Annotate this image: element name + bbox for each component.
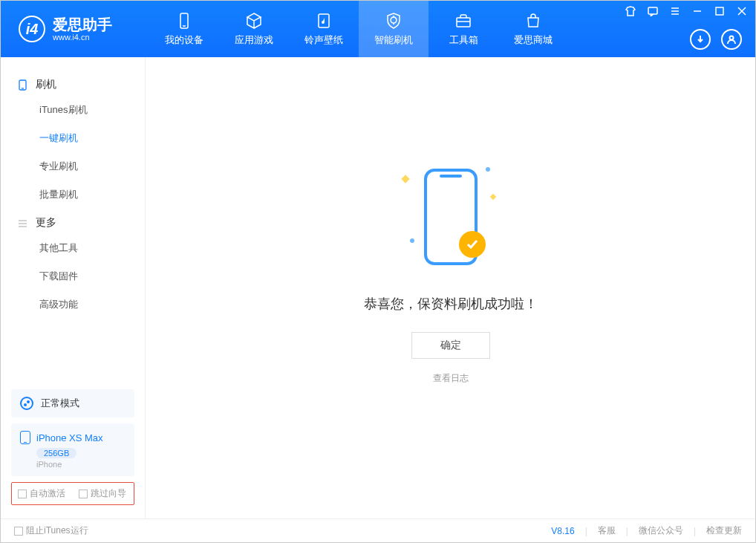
checkbox-icon xyxy=(14,527,23,536)
tab-label: 应用游戏 xyxy=(235,33,273,47)
sidebar-item-other-tools[interactable]: 其他工具 xyxy=(1,234,145,262)
cube-icon xyxy=(244,11,264,30)
flash-options-highlight: 自动激活 跳过向导 xyxy=(11,482,134,505)
app-logo: i4 爱思助手 www.i4.cn xyxy=(1,16,149,42)
device-card[interactable]: iPhone XS Max 256GB iPhone xyxy=(11,423,134,476)
mode-label: 正常模式 xyxy=(41,397,79,410)
checkbox-skip-guide[interactable]: 跳过向导 xyxy=(79,487,126,500)
mode-icon xyxy=(20,397,33,410)
sidebar-group-flash: 刷机 xyxy=(1,74,145,96)
checkbox-icon xyxy=(18,490,27,498)
sidebar-item-firmware[interactable]: 下载固件 xyxy=(1,262,145,290)
close-button[interactable] xyxy=(734,4,749,19)
device-capacity: 256GB xyxy=(36,448,76,458)
sidebar: 刷机 iTunes刷机 一键刷机 专业刷机 批量刷机 更多 其他工具 下载固件 … xyxy=(1,57,146,518)
main-tabs: 我的设备 应用游戏 铃声壁纸 智能刷机 工具箱 爱思商城 xyxy=(149,1,568,57)
phone-icon xyxy=(17,79,28,91)
view-log-link[interactable]: 查看日志 xyxy=(364,372,538,385)
tab-my-device[interactable]: 我的设备 xyxy=(149,1,219,57)
svg-rect-3 xyxy=(457,18,470,27)
tab-label: 爱思商城 xyxy=(514,33,553,47)
list-icon xyxy=(17,218,28,229)
window-controls xyxy=(623,4,749,19)
support-link[interactable]: 客服 xyxy=(598,524,616,537)
tab-label: 工具箱 xyxy=(449,33,478,47)
wechat-link[interactable]: 微信公众号 xyxy=(639,524,683,537)
version-label[interactable]: V8.16 xyxy=(551,526,574,536)
sidebar-item-itunes-flash[interactable]: iTunes刷机 xyxy=(1,96,145,124)
checkbox-block-itunes[interactable]: 阻止iTunes运行 xyxy=(14,524,88,537)
tab-toolbox[interactable]: 工具箱 xyxy=(428,1,498,57)
check-update-link[interactable]: 检查更新 xyxy=(706,524,742,537)
success-message: 恭喜您，保资料刷机成功啦！ xyxy=(364,295,538,313)
svg-rect-10 xyxy=(716,7,723,15)
phone-icon xyxy=(175,11,194,30)
sidebar-item-batch-flash[interactable]: 批量刷机 xyxy=(1,181,145,209)
download-button[interactable] xyxy=(690,29,711,50)
svg-point-13 xyxy=(730,36,734,40)
menu-icon[interactable] xyxy=(668,4,682,19)
sidebar-item-pro-flash[interactable]: 专业刷机 xyxy=(1,152,145,181)
tab-label: 智能刷机 xyxy=(374,33,413,47)
feedback-icon[interactable] xyxy=(645,4,660,19)
skin-icon[interactable] xyxy=(623,4,638,19)
title-bar: i4 爱思助手 www.i4.cn 我的设备 应用游戏 铃声壁纸 智能刷机 工具… xyxy=(1,1,755,57)
ok-button[interactable]: 确定 xyxy=(411,332,490,359)
account-button[interactable] xyxy=(721,29,742,50)
device-icon xyxy=(20,431,30,444)
success-illustration xyxy=(395,161,506,280)
checkbox-icon xyxy=(79,490,88,498)
device-type: iPhone xyxy=(36,460,126,469)
minimize-button[interactable] xyxy=(690,4,705,19)
tab-label: 我的设备 xyxy=(165,33,203,47)
main-content: 恭喜您，保资料刷机成功啦！ 确定 查看日志 xyxy=(146,57,755,518)
sidebar-item-advanced[interactable]: 高级功能 xyxy=(1,290,145,319)
tab-store[interactable]: 爱思商城 xyxy=(498,1,568,57)
checkmark-badge-icon xyxy=(459,231,486,258)
status-bar: 阻止iTunes运行 V8.16 | 客服 | 微信公众号 | 检查更新 xyxy=(1,518,755,542)
app-subtitle: www.i4.cn xyxy=(53,33,112,42)
app-title: 爱思助手 xyxy=(53,16,112,33)
svg-rect-5 xyxy=(648,7,657,14)
checkbox-auto-activate[interactable]: 自动激活 xyxy=(18,487,65,500)
device-mode-card[interactable]: 正常模式 xyxy=(11,389,134,417)
tab-apps[interactable]: 应用游戏 xyxy=(219,1,289,57)
tab-label: 铃声壁纸 xyxy=(304,33,343,47)
device-name: iPhone XS Max xyxy=(36,432,103,443)
bag-icon xyxy=(524,11,543,30)
sidebar-item-oneclick-flash[interactable]: 一键刷机 xyxy=(1,124,145,152)
maximize-button[interactable] xyxy=(712,4,727,19)
header-actions xyxy=(690,29,742,50)
music-icon xyxy=(314,11,333,30)
logo-icon: i4 xyxy=(19,16,45,42)
shield-icon xyxy=(384,11,403,30)
tab-ringtone[interactable]: 铃声壁纸 xyxy=(289,1,359,57)
toolbox-icon xyxy=(454,11,473,30)
sidebar-group-more: 更多 xyxy=(1,212,145,234)
tab-smart-flash[interactable]: 智能刷机 xyxy=(359,1,428,57)
